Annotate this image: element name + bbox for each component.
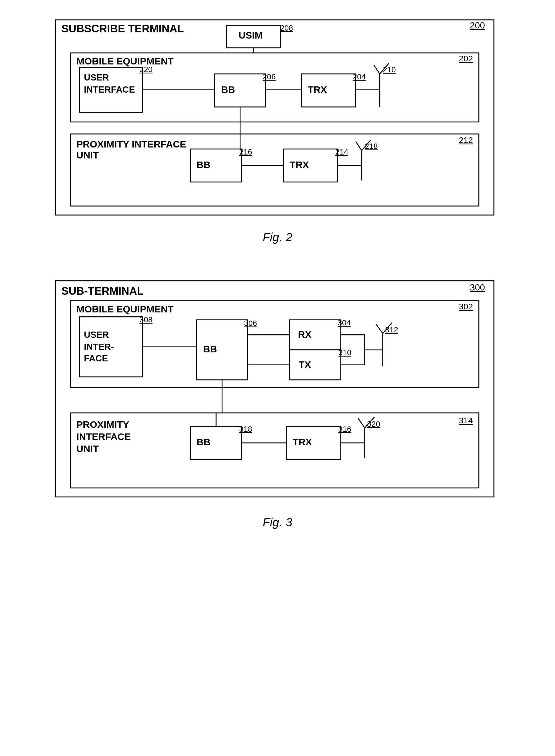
fig3-mobile-eq-title: MOBILE EQUIPMENT xyxy=(76,304,173,314)
bb-top-label: BB xyxy=(221,84,235,95)
fig3-rx-label: RX xyxy=(298,329,311,340)
proximity-title2: UNIT xyxy=(76,150,99,161)
fig3-ui-label3: FACE xyxy=(84,353,108,363)
fig3-bb-bottom-ref: 318 xyxy=(239,425,252,434)
fig3-prox-title3: UNIT xyxy=(76,443,99,454)
usim-ref: 208 xyxy=(280,24,293,32)
bb-top-ref: 206 xyxy=(262,72,275,81)
mobile-equipment-title: MOBILE EQUIPMENT xyxy=(76,56,173,66)
fig3-antenna-bottom-ref: 320 xyxy=(367,420,380,429)
usim-label: USIM xyxy=(239,30,262,41)
svg-rect-29 xyxy=(290,320,340,350)
ui-top-label2: INTERFACE xyxy=(84,84,135,95)
fig3-label: Fig. 3 xyxy=(52,516,503,529)
sub-terminal-ref: 300 xyxy=(470,282,484,293)
subscribe-terminal-title: SUBSCRIBE TERMINAL xyxy=(61,23,184,35)
fig2-svg: SUBSCRIBE TERMINAL 200 USIM 208 MOBILE E… xyxy=(52,17,503,221)
mobile-equipment-ref: 202 xyxy=(459,54,473,63)
fig3-prox-ref: 314 xyxy=(459,416,473,425)
fig3-ui-label2: INTER- xyxy=(84,342,114,352)
fig3-ui-ref: 308 xyxy=(139,315,152,324)
fig3-rx-ref: 304 xyxy=(338,318,351,327)
fig3-mobile-eq-ref: 302 xyxy=(459,302,473,311)
fig3-trx-bottom-label: TRX xyxy=(293,437,312,447)
fig3-tx-ref: 310 xyxy=(338,349,351,357)
ui-top-label1: USER xyxy=(84,72,109,83)
fig3-diagram: SUB-TERMINAL 300 MOBILE EQUIPMENT 302 US… xyxy=(52,278,503,546)
antenna-bottom-ref: 218 xyxy=(365,142,378,150)
fig3-bb-ref: 306 xyxy=(244,319,257,327)
bb-bottom-label: BB xyxy=(197,159,210,170)
antenna-top-ref: 210 xyxy=(383,65,396,74)
fig3-antenna-ref: 312 xyxy=(385,325,398,334)
fig3-prox-title1: PROXIMITY xyxy=(76,419,129,430)
fig3-prox-title2: INTERFACE xyxy=(76,431,131,442)
sub-terminal-title: SUB-TERMINAL xyxy=(61,285,143,297)
fig2-label: Fig. 2 xyxy=(52,230,503,244)
fig3-bb-bottom-label: BB xyxy=(197,437,210,447)
fig3-bb-label: BB xyxy=(203,344,217,354)
trx-bottom-ref: 214 xyxy=(335,147,348,156)
bb-bottom-ref: 216 xyxy=(239,147,252,156)
trx-top-ref: 204 xyxy=(352,72,366,81)
fig3-tx-label: TX xyxy=(298,359,311,370)
fig3-ui-label1: USER xyxy=(84,330,109,340)
svg-rect-40 xyxy=(71,413,479,488)
svg-rect-31 xyxy=(290,350,340,380)
subscribe-terminal-ref: 200 xyxy=(470,20,484,31)
proximity-ref: 212 xyxy=(459,135,473,145)
trx-bottom-label: TRX xyxy=(290,159,309,170)
fig3-svg: SUB-TERMINAL 300 MOBILE EQUIPMENT 302 US… xyxy=(52,278,503,506)
fig3-trx-bottom-ref: 316 xyxy=(338,425,351,434)
trx-top-label: TRX xyxy=(307,84,327,95)
ui-top-ref: 220 xyxy=(139,65,152,74)
proximity-title1: PROXIMITY INTERFACE xyxy=(76,139,186,149)
fig2-diagram: SUBSCRIBE TERMINAL 200 USIM 208 MOBILE E… xyxy=(52,17,503,261)
